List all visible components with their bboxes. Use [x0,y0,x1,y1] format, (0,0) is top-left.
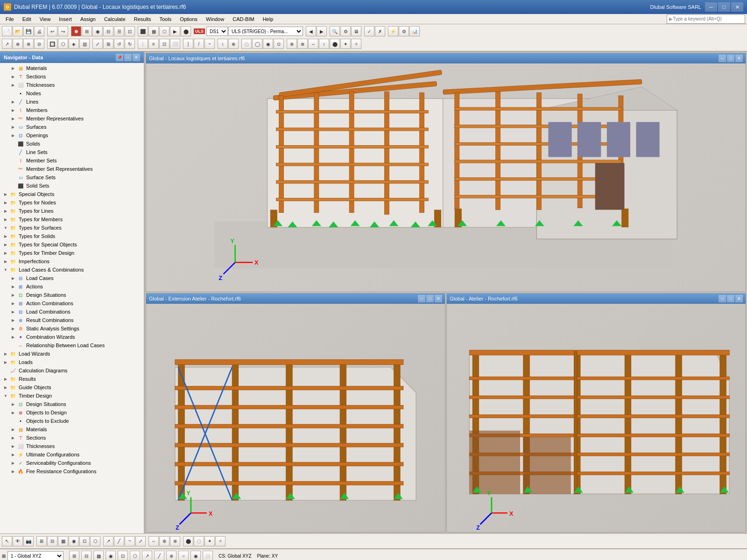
expand-loadwizards[interactable] [2,350,9,357]
tb-undo[interactable]: ↩ [47,26,57,36]
tree-item-td-fireresistance[interactable]: 🔥 Fire Resistance Configurations [0,467,144,476]
tree-item-calcdiag[interactable]: 📈 Calculation Diagrams [0,366,144,375]
tb-check1[interactable]: ✓ [364,26,374,36]
tb-btn-3[interactable]: ◉ [92,26,103,36]
bt-4[interactable]: ◉ [69,536,79,546]
tb2-4[interactable]: ⊘ [34,39,44,49]
bt-8[interactable]: ╱ [114,536,124,546]
global-xyz-combo[interactable]: 1 - Global XYZ [7,551,63,560]
tb-btn-6[interactable]: ⊡ [125,26,135,36]
tree-item-lc-actions[interactable]: ⊞ Actions [0,282,144,291]
expand-td-ultimate[interactable] [9,451,17,458]
expand-td-materials[interactable] [9,426,17,433]
tree-item-td-designsit[interactable]: ⊡ Design Situations [0,400,144,408]
expand-lc-loadcases[interactable] [9,274,17,282]
tree-item-openings[interactable]: ⊡ Openings [0,131,144,140]
tb2-22[interactable]: ◌ [241,39,252,49]
tree-item-linesets[interactable]: ╱ Line Sets [0,148,144,156]
tb-nav-prev[interactable]: ◀ [306,26,316,36]
tb2-2[interactable]: ⊕ [13,39,23,49]
tb2-19[interactable]: ~ [204,39,215,49]
tb2-1[interactable]: ↗ [2,39,12,49]
status-btn-5[interactable]: ⊡ [118,551,128,560]
status-btn-9[interactable]: ⊕ [166,551,176,560]
tb2-29[interactable]: ↕ [319,39,329,49]
expand-td-fireresistance[interactable] [9,468,17,475]
menu-results[interactable]: Results [130,15,155,23]
expand-members[interactable] [9,106,17,114]
expand-typesfortimber[interactable] [2,249,9,257]
tree-item-loads[interactable]: 📁 Loads [0,358,144,366]
expand-loads[interactable] [2,358,9,366]
tb2-14[interactable]: ≡ [148,39,159,49]
close-button[interactable]: ✕ [731,2,743,12]
bt-2[interactable]: ⊟ [47,536,57,546]
keyword-search[interactable]: ▶ [667,14,745,24]
bt-13[interactable]: ⊗ [170,536,180,546]
tb-zoom[interactable]: 🔍 [330,26,340,36]
expand-lc-designsit[interactable] [9,291,17,299]
vp-br-maximize[interactable]: □ [727,295,734,302]
tree-item-surfacesets[interactable]: ▭ Surface Sets [0,173,144,182]
bt-16[interactable]: ✦ [204,536,215,546]
tb2-31[interactable]: ✦ [340,39,351,49]
expand-guideobj[interactable] [2,384,9,391]
tb2-18[interactable]: / [194,39,204,49]
expand-results[interactable] [2,375,9,383]
tree-item-typesfortimber[interactable]: 📁 Types for Timber Design [0,249,144,257]
tb-btn-2[interactable]: ⊞ [82,26,92,36]
bt-3[interactable]: ▦ [58,536,68,546]
tree-item-lc-relship[interactable]: ↔ Relationship Between Load Cases [0,341,144,350]
status-btn-8[interactable]: ╱ [154,551,164,560]
tree-item-lc-actioncomb[interactable]: ⊞ Action Combinations [0,299,144,308]
expand-lc-loadcomb[interactable] [9,308,17,315]
expand-typesfornodes[interactable] [2,199,9,206]
tb2-17[interactable]: | [183,39,193,49]
tb2-24[interactable]: ◉ [263,39,273,49]
tb2-23[interactable]: ◯ [252,39,262,49]
maximize-button[interactable]: □ [718,2,730,12]
tree-item-solids[interactable]: ⬛ Solids [0,140,144,148]
tree-item-typesforsurfaces[interactable]: 📁 Types for Surfaces [0,224,144,232]
bt-9[interactable]: ~ [125,536,135,546]
expand-td-thicknesses[interactable] [9,442,17,450]
expand-lc-combwiz[interactable] [9,333,17,341]
tree-item-imperfections[interactable]: 📁 Imperfections [0,257,144,266]
vp-bl-minimize[interactable]: ─ [418,295,425,302]
vp-main-close[interactable]: ✕ [735,55,743,62]
tb2-7[interactable]: ◈ [69,39,79,49]
bt-cam[interactable]: 📷 [23,536,34,546]
tree-item-typesforlines[interactable]: 📁 Types for Lines [0,207,144,215]
status-btn-7[interactable]: ↗ [142,551,152,560]
tb-render[interactable]: 🖥 [351,26,361,36]
tree-item-lc-loadcomb[interactable]: ⊟ Load Combinations [0,308,144,316]
bt-6[interactable]: ⬡ [90,536,100,546]
tb-btn-5[interactable]: ☰ [114,26,124,36]
status-btn-10[interactable]: ○ [178,551,189,560]
tb2-13[interactable]: ⋮ [138,39,148,49]
tb2-11[interactable]: ↺ [114,39,124,49]
tb2-25[interactable]: ⊙ [274,39,284,49]
menu-options[interactable]: Options [176,15,201,23]
bt-5[interactable]: ⊡ [79,536,90,546]
tb2-6[interactable]: ⬡ [58,39,68,49]
bt-1[interactable]: ⊞ [36,536,47,546]
tb2-30[interactable]: ⬤ [330,39,340,49]
tb-calc3[interactable]: 📊 [409,26,420,36]
status-btn-4[interactable]: ◉ [106,551,116,560]
expand-member-reps[interactable] [9,115,17,122]
bt-11[interactable]: ↔ [148,536,159,546]
bt-15[interactable]: ◌ [194,536,204,546]
tb-new[interactable]: 📄 [2,26,12,36]
status-btn-6[interactable]: ⬡ [130,551,140,560]
tb-calc[interactable]: ⚡ [388,26,398,36]
tb-btn-4[interactable]: ⊟ [103,26,113,36]
tb-check2[interactable]: ✗ [375,26,385,36]
expand-specialobj[interactable] [2,190,9,198]
expand-lines[interactable] [9,98,17,105]
tb-btn-7[interactable]: ⬛ [138,26,148,36]
tree-item-typesformembers[interactable]: 📁 Types for Members [0,215,144,224]
tree-item-typesforsolids[interactable]: 📁 Types for Solids [0,232,144,240]
tree-item-lc-combwiz[interactable]: ✦ Combination Wizards [0,333,144,341]
tb2-3[interactable]: ⊗ [23,39,34,49]
